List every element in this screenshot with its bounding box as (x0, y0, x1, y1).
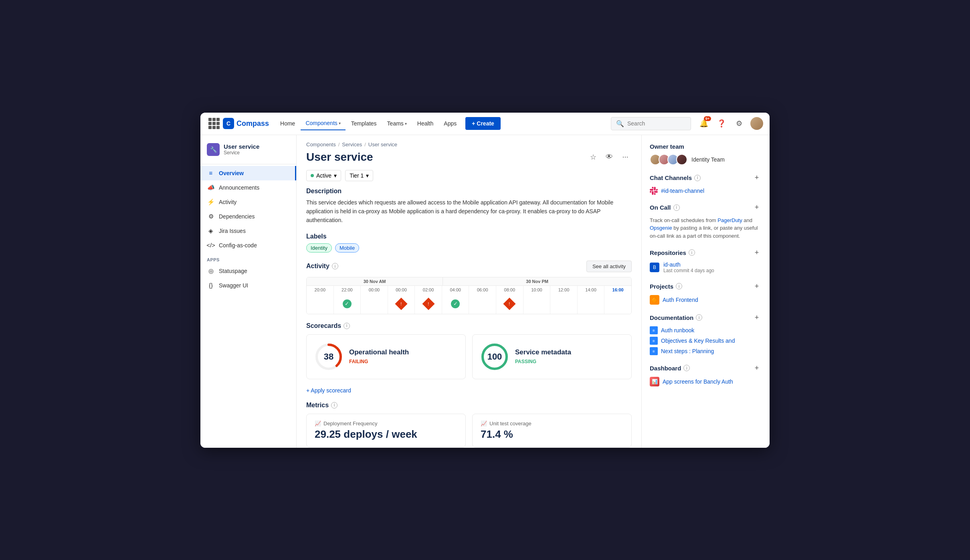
sidebar-item-config[interactable]: </> Config-as-code (200, 238, 296, 253)
dashboard-section: Dashboard i + 📊 App screens for Bancly A… (650, 363, 762, 386)
docs-add-button[interactable]: + (752, 313, 762, 322)
event-warn-7[interactable]: ! (503, 297, 516, 310)
time-1000: 10:00 (523, 286, 551, 294)
service-info: User service Service (224, 143, 259, 156)
nav-icons-group: 🔔 9+ ❓ ⚙ (697, 117, 763, 130)
channel-item[interactable]: #id-team-channel (650, 187, 762, 195)
nav-health[interactable]: Health (412, 117, 438, 130)
event-col-3: ! (388, 294, 415, 314)
search-input[interactable] (627, 120, 686, 127)
project-name[interactable]: Auth Frontend (663, 297, 698, 303)
chat-channels-section: Chat Channels i + #id-team-channel (650, 173, 762, 195)
notification-bell[interactable]: 🔔 9+ (697, 117, 710, 130)
sidebar-item-statuspage[interactable]: ◎ Statuspage (200, 264, 296, 278)
breadcrumb-components[interactable]: Components (306, 142, 336, 148)
breadcrumb-user-service[interactable]: User service (368, 142, 397, 148)
scorecard-service-metadata[interactable]: 100 Service metadata PASSING (472, 334, 632, 379)
dashboard-item[interactable]: 📊 App screens for Bancly Auth (650, 377, 762, 386)
star-button[interactable]: ☆ (587, 151, 600, 164)
label-mobile[interactable]: Mobile (335, 243, 359, 253)
doc-icon-runbook: ≡ (650, 326, 658, 334)
chat-info-icon[interactable]: i (694, 175, 701, 181)
sidebar-item-announcements[interactable]: 📣 Announcements (200, 180, 296, 195)
status-bar: Active ▾ Tier 1 ▾ (297, 170, 641, 188)
documentation-label: Documentation (650, 314, 693, 321)
metric-label-deploy: 📈 Deployment Frequency (315, 421, 457, 427)
sidebar-divider-top (200, 164, 296, 164)
more-button[interactable]: ··· (619, 151, 632, 164)
tier-badge[interactable]: Tier 1 ▾ (345, 170, 373, 181)
owner-team-name[interactable]: Identity Team (691, 156, 725, 163)
repo-name[interactable]: id-auth (663, 261, 714, 268)
swagger-icon: {} (207, 281, 215, 289)
dashboard-name: App screens for Bancly Auth (663, 378, 733, 385)
help-icon[interactable]: ❓ (715, 117, 728, 130)
docs-info-icon[interactable]: i (696, 314, 702, 321)
projects-title: Projects i (650, 283, 682, 290)
dashboard-label: Dashboard (650, 365, 681, 372)
watch-button[interactable]: 👁 (603, 151, 616, 164)
nav-teams[interactable]: Teams ▾ (382, 117, 412, 130)
metric-deployment-freq[interactable]: 📈 Deployment Frequency 29.25 deploys / w… (306, 414, 466, 447)
nav-components[interactable]: Components ▾ (301, 117, 345, 130)
oncall-info-icon[interactable]: i (673, 204, 680, 211)
activity-title: Activity i (306, 263, 338, 270)
sidebar-item-swagger[interactable]: {} Swagger UI (200, 278, 296, 293)
scorecards-info-icon[interactable]: i (344, 323, 350, 329)
breadcrumb-services[interactable]: Services (342, 142, 362, 148)
time-1200: 12:00 (550, 286, 578, 294)
owner-team-header: Owner team (650, 143, 762, 150)
metrics-info-icon[interactable]: i (331, 402, 337, 408)
doc-item-planning[interactable]: ≡ Next steps : Planning (650, 347, 762, 355)
nav-apps[interactable]: Apps (439, 117, 461, 130)
projects-add-button[interactable]: + (752, 281, 762, 291)
activity-info-icon[interactable]: i (332, 263, 338, 269)
metric-deploy-value: 29.25 deploys / week (315, 428, 457, 441)
repos-info-icon[interactable]: i (689, 249, 695, 256)
doc-item-okr[interactable]: ≡ Objectives & Key Results and (650, 337, 762, 345)
repositories-section: Repositories i + B id-auth Last commit 4… (650, 248, 762, 273)
sidebar-item-jira[interactable]: ◈ Jira Issues (200, 224, 296, 238)
see-all-activity-button[interactable]: See all activity (586, 261, 632, 272)
status-badge[interactable]: Active ▾ (306, 170, 341, 181)
pagerduty-link[interactable]: PagerDuty (717, 217, 742, 223)
event-ok-5[interactable]: ✓ (451, 299, 460, 308)
metric-unit-test[interactable]: 📈 Unit test coverage 71.4 % (472, 414, 632, 447)
user-avatar[interactable] (750, 117, 763, 130)
timeline-events: ✓ ! ! ✓ ! (307, 294, 631, 314)
search-bar[interactable]: 🔍 (611, 117, 691, 130)
event-ok-1[interactable]: ✓ (343, 299, 352, 308)
oncall-add-button[interactable]: + (752, 203, 762, 212)
activity-header: Activity i See all activity (306, 261, 632, 272)
project-icon: 🔶 (650, 295, 659, 305)
nav-home[interactable]: Home (275, 117, 300, 130)
scorecard-operational-health[interactable]: 38 Operational health FAILING (306, 334, 466, 379)
sidebar-item-dependencies[interactable]: ⚙ Dependencies (200, 209, 296, 224)
settings-icon[interactable]: ⚙ (733, 117, 746, 130)
dashboard-add-button[interactable]: + (752, 363, 762, 373)
on-call-title: On Call i (650, 204, 680, 211)
sidebar-item-overview[interactable]: ≡ Overview (200, 166, 296, 180)
opsgenie-link[interactable]: Opsgenie (650, 225, 672, 231)
event-col-11 (604, 294, 631, 314)
chat-add-button[interactable]: + (752, 173, 762, 183)
nav-templates[interactable]: Templates (346, 117, 382, 130)
sidebar-item-label-overview: Overview (219, 170, 244, 176)
event-warn-3[interactable]: ! (395, 297, 407, 310)
projects-info-icon[interactable]: i (676, 283, 682, 289)
sidebar-item-activity[interactable]: ⚡ Activity (200, 195, 296, 209)
label-identity[interactable]: Identity (306, 243, 332, 253)
event-warn-4[interactable]: ! (422, 297, 434, 310)
create-button[interactable]: + Create (465, 117, 501, 130)
project-item: 🔶 Auth Frontend (650, 295, 762, 305)
event-col-9 (550, 294, 578, 314)
grid-icon[interactable] (207, 116, 221, 131)
logo[interactable]: C Compass (223, 118, 269, 129)
owner-avatar-4 (676, 154, 687, 165)
apply-scorecard-button[interactable]: + Apply scorecard (306, 387, 351, 394)
dashboard-info-icon[interactable]: i (683, 365, 690, 371)
doc-item-runbook[interactable]: ≡ Auth runbook (650, 326, 762, 334)
status-chevron: ▾ (334, 172, 337, 179)
service-icon: 🔧 (207, 143, 220, 156)
repos-add-button[interactable]: + (752, 248, 762, 257)
